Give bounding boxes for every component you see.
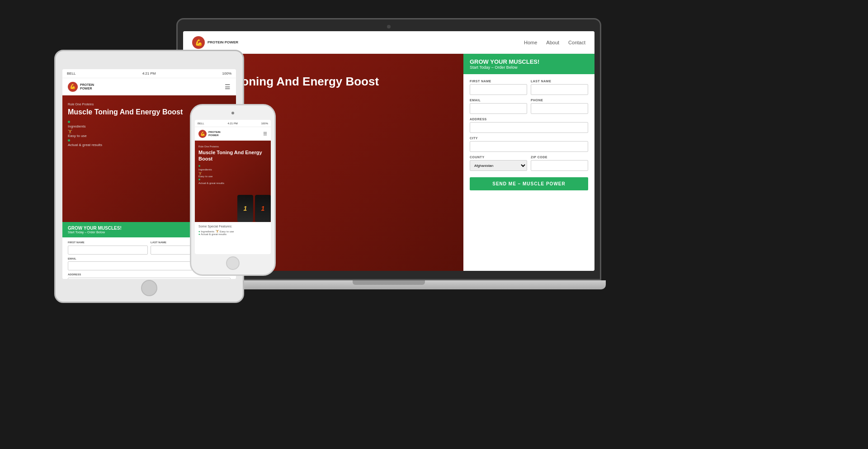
laptop-city-label: CITY bbox=[470, 137, 588, 140]
laptop-zip-group: ZIP CODE bbox=[531, 156, 588, 171]
tablet-logo-icon: 💪 bbox=[68, 82, 78, 92]
laptop-logo: 💪 PROTEIN POWER bbox=[192, 36, 238, 49]
phone-features-label: Some Special Features: bbox=[198, 225, 267, 228]
phone-camera bbox=[231, 112, 234, 114]
phone-home-button[interactable] bbox=[226, 256, 240, 270]
phone-carrier: BELL bbox=[198, 122, 204, 125]
phone-screen: BELL 4:21 PM 100% 💪 PROTEIN POWER ☰ bbox=[195, 120, 271, 254]
laptop-nav: 💪 PROTEIN POWER Home About Contact bbox=[183, 31, 594, 54]
laptop-zip-label: ZIP CODE bbox=[531, 156, 588, 159]
tablet-first-name-label: FIRST NAME bbox=[68, 241, 148, 244]
laptop-nav-about[interactable]: About bbox=[546, 40, 559, 45]
phone-features: Ingredients 🏋️ Easy to use Actual & grea… bbox=[198, 165, 267, 184]
laptop-phone-group: PHONE bbox=[531, 99, 588, 114]
phone-logo-icon: 💪 bbox=[198, 130, 207, 138]
laptop-camera bbox=[387, 25, 391, 28]
phone-body: BELL 4:21 PM 100% 💪 PROTEIN POWER ☰ bbox=[190, 104, 276, 276]
laptop-form-header: GROW YOUR MUSCLES! Start Today – Order B… bbox=[463, 54, 594, 74]
tablet-home-button[interactable] bbox=[141, 280, 157, 296]
phone-features-list: ● Ingredients 🏋️ Easy to use ● Actual & … bbox=[198, 230, 267, 236]
laptop-email-label: EMAIL bbox=[470, 99, 527, 102]
laptop-last-name-label: LAST NAME bbox=[531, 80, 588, 83]
laptop-address-group: ADDRESS bbox=[470, 118, 588, 133]
laptop-county-group: COUNTY Afghanistan bbox=[470, 156, 527, 171]
phone-supplement-bottles: 1 1 bbox=[237, 195, 271, 222]
tablet-hamburger-icon[interactable]: ☰ bbox=[225, 83, 231, 90]
phone-logo: 💪 PROTEIN POWER bbox=[198, 130, 221, 138]
phone-bottle-1: 1 bbox=[237, 195, 253, 222]
laptop-form-row-address: ADDRESS bbox=[470, 118, 588, 133]
phone-device: BELL 4:21 PM 100% 💪 PROTEIN POWER ☰ bbox=[190, 104, 276, 276]
tablet-status-bar: BELL 4:21 PM 100% bbox=[62, 69, 236, 78]
laptop-county-select[interactable]: Afghanistan bbox=[470, 160, 527, 171]
laptop-form-panel: GROW YOUR MUSCLES! Start Today – Order B… bbox=[463, 54, 594, 271]
laptop-form-row-county: COUNTY Afghanistan ZIP CODE bbox=[470, 156, 588, 171]
tablet-nav: 💪 PROTEIN POWER ☰ bbox=[62, 78, 236, 95]
tablet-carrier: BELL bbox=[67, 71, 76, 76]
laptop-address-input[interactable] bbox=[470, 122, 588, 133]
laptop-logo-icon: 💪 bbox=[192, 36, 205, 49]
tablet-first-name: FIRST NAME bbox=[68, 241, 148, 255]
laptop-nav-contact[interactable]: Contact bbox=[568, 40, 585, 45]
tablet-first-name-input[interactable] bbox=[68, 246, 148, 255]
laptop-brand-text: PROTEIN POWER bbox=[208, 40, 238, 44]
laptop-address-label: ADDRESS bbox=[470, 118, 588, 121]
laptop-nav-links: Home About Contact bbox=[524, 40, 585, 45]
laptop-email-input[interactable] bbox=[470, 103, 527, 114]
laptop-form-title: GROW YOUR MUSCLES! bbox=[470, 58, 588, 65]
laptop-brand-line1: PROTEIN POWER bbox=[208, 40, 238, 44]
laptop-submit-button[interactable]: SEND ME – MUSCLE POWER bbox=[470, 177, 588, 190]
laptop-nav-home[interactable]: Home bbox=[524, 40, 537, 45]
tablet-brand: PROTEIN POWER bbox=[80, 83, 94, 90]
phone-hamburger-icon[interactable]: ☰ bbox=[263, 131, 267, 136]
phone-nav: 💪 PROTEIN POWER ☰ bbox=[195, 127, 271, 141]
tablet-logo: 💪 PROTEIN POWER bbox=[68, 82, 94, 92]
phone-hero-title: Muscle Toning And Energy Boost bbox=[198, 149, 267, 162]
laptop-form-subtitle: Start Today – Order Below bbox=[470, 65, 588, 70]
tablet-address-input[interactable] bbox=[68, 278, 231, 279]
laptop-city-group: CITY bbox=[470, 137, 588, 152]
laptop-first-name-group: FIRST NAME bbox=[470, 80, 527, 95]
laptop-form-body: FIRST NAME LAST NAME bbox=[463, 74, 594, 196]
phone-brand: PROTEIN POWER bbox=[208, 131, 221, 137]
tablet-battery: 100% bbox=[222, 71, 231, 76]
phone-hero-subtitle: Rule One Proteins bbox=[198, 145, 267, 148]
phone-bottle-2: 1 bbox=[255, 195, 271, 222]
laptop-phone-label: PHONE bbox=[531, 99, 588, 102]
laptop-first-name-label: FIRST NAME bbox=[470, 80, 527, 83]
laptop-last-name-group: LAST NAME bbox=[531, 80, 588, 95]
laptop-form-row-contact: EMAIL PHONE bbox=[470, 99, 588, 114]
phone-hero: Rule One Proteins Muscle Toning And Ener… bbox=[195, 141, 271, 222]
phone-below-hero: Some Special Features: ● Ingredients 🏋️ … bbox=[195, 222, 271, 238]
laptop-last-name-input[interactable] bbox=[531, 84, 588, 95]
laptop-email-group: EMAIL bbox=[470, 99, 527, 114]
laptop-form-row-city: CITY bbox=[470, 137, 588, 152]
scene: 💪 PROTEIN POWER Home About Contact bbox=[0, 0, 868, 449]
laptop-city-input[interactable] bbox=[470, 141, 588, 152]
laptop-form-row-name: FIRST NAME LAST NAME bbox=[470, 80, 588, 95]
phone-status-bar: BELL 4:21 PM 100% bbox=[195, 120, 271, 127]
laptop-county-label: COUNTY bbox=[470, 156, 527, 159]
laptop-phone-input[interactable] bbox=[531, 103, 588, 114]
phone-time: 4:21 PM bbox=[227, 122, 237, 125]
phone-battery: 100% bbox=[261, 122, 268, 125]
tablet-time: 4:21 PM bbox=[142, 71, 156, 76]
laptop-first-name-input[interactable] bbox=[470, 84, 527, 95]
laptop-zip-input[interactable] bbox=[531, 160, 588, 171]
